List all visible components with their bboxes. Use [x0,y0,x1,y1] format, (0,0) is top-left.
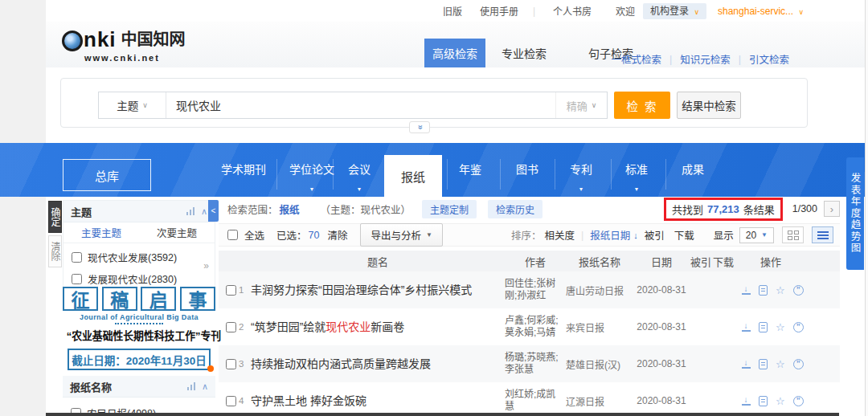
topic-checkbox[interactable] [72,274,82,284]
manual-link[interactable]: 使用手册 [480,4,518,18]
newspaper-cell[interactable]: 楚雄日报(汉) [566,357,633,371]
chevron-down-icon: ▼ [614,186,659,192]
tab-secondary-topic[interactable]: 次要主题 [139,222,215,243]
nav-tab-conferences[interactable]: 会议 [338,161,381,177]
citation-icon[interactable]: ” [793,322,804,332]
select-all-checkbox[interactable] [227,230,238,240]
authors-cell[interactable]: 刘红娇;成凯慧 [505,389,566,413]
filter-clear-button[interactable]: 清除 [48,235,62,267]
knowledge-search-link[interactable]: 知识元检索 [680,51,731,67]
nav-tab-yearbooks[interactable]: 年鉴 [448,161,492,177]
row-checkbox[interactable] [226,396,236,406]
tab-advanced-search[interactable]: 高级检索 [424,39,485,67]
article-title-link[interactable]: 守护黑土地 捧好金饭碗 [251,394,505,409]
article-title-link[interactable]: “筑梦田园”绘就现代农业新画卷 [251,320,505,335]
left-gutter [0,0,46,416]
found-count: 77,213 [707,203,739,215]
html-read-icon[interactable] [759,359,768,369]
topic-custom-button[interactable]: 主题定制 [422,200,477,218]
export-analyze-button[interactable]: 导出与分析 ▼ [360,223,442,247]
filter-confirm-button[interactable]: 确定 [48,201,62,233]
table-row[interactable]: 2 “筑梦田园”绘就现代农业新画卷 卢鑫;何彩威;莫永娟;马婧 来宾日报 202… [219,308,840,345]
html-read-icon[interactable] [759,285,768,296]
list-view-button[interactable] [812,226,833,243]
authors-cell[interactable]: 杨璐;苏晓燕;李张慧 [505,352,566,376]
clear-selection-button[interactable]: 清除 [327,227,347,243]
org-login-button[interactable]: 机构登录 ∨ [643,3,706,19]
table-row[interactable]: 4 守护黑土地 捧好金饭碗 刘红娇;成凯慧 辽源日报 2020-08-31 ↓ … [219,382,840,416]
search-button[interactable]: 检 索 [614,92,670,119]
old-version-link[interactable]: 旧版 [443,4,462,18]
search-query-input[interactable] [166,92,555,118]
newspaper-panel-header[interactable]: 报纸名称 ∧ [63,376,215,398]
grid-view-button[interactable] [782,226,804,243]
scope-value[interactable]: 报纸 [280,202,300,217]
tab-professional-search[interactable]: 专业检索 [492,39,556,67]
cnki-logo[interactable]: nki 中国知网 www.cnki.net [62,29,186,51]
citation-icon[interactable]: ” [793,285,804,296]
newspaper-cell[interactable]: 辽源日报 [566,394,633,408]
download-icon[interactable]: ↓ [741,322,751,332]
nav-tab-books[interactable]: 图书 [505,161,550,177]
onebox-search-link[interactable]: 一框式检索 [611,51,661,67]
collapse-up-icon[interactable]: ∧ [202,381,208,392]
article-title-link[interactable]: 持续推动双柏内涵式高质量跨越发展 [251,357,505,372]
search-history-button[interactable]: 检索历史 [488,200,542,218]
nav-tab-achievements[interactable]: 成果 [670,161,715,177]
citation-search-link[interactable]: 引文检索 [749,51,789,67]
row-checkbox[interactable] [226,285,236,296]
sidebar-collapse-button[interactable]: < [208,200,219,222]
account-menu[interactable]: shanghai-servic... ∨ [718,6,804,17]
sort-bars-icon[interactable] [185,207,194,215]
favorite-icon[interactable]: ☆ [776,322,785,332]
next-page-button[interactable]: › [824,201,840,217]
table-row[interactable]: 3 持续推动双柏内涵式高质量跨越发展 杨璐;苏晓燕;李张慧 楚雄日报(汉) 20… [219,345,840,382]
topic-panel-header[interactable]: 主题 ∧ [63,201,215,222]
newspaper-cell[interactable]: 唐山劳动日报 [566,283,633,297]
nav-tab-standards[interactable]: 标准 [614,161,659,177]
download-icon[interactable]: ↓ [741,359,751,369]
favorite-icon[interactable]: ☆ [776,359,785,369]
personal-library-link[interactable]: 个人书房 [553,4,592,18]
newspaper-cell[interactable]: 来宾日报 [566,320,633,334]
html-read-icon[interactable] [759,396,768,406]
search-in-results-button[interactable]: 结果中检索 [677,92,741,119]
article-title-link[interactable]: 丰润努力探索“田园治理综合体”乡村振兴模式 [251,283,505,298]
nav-tab-patents[interactable]: 专利 [559,161,603,177]
chevron-down-icon: ▼ [559,186,603,192]
display-count-dropdown[interactable]: 20 ▼ [739,227,774,243]
favorite-icon[interactable]: ☆ [776,396,785,406]
authors-cell[interactable]: 卢鑫;何彩威;莫永娟;马婧 [505,315,566,339]
download-icon[interactable]: ↓ [741,396,751,406]
more-topics-icon[interactable]: » [203,260,209,271]
search-field-dropdown[interactable]: 主题 ∨ [99,92,166,118]
topic-checkbox-item[interactable]: 现代农业发展 (3592) [63,247,215,268]
row-checkbox[interactable] [226,322,236,332]
sort-cited[interactable]: 被引 [645,227,665,243]
tab-primary-topic[interactable]: 主要主题 [63,222,139,243]
publication-trend-tab[interactable]: 发表年度趋势图 [846,157,864,270]
authors-cell[interactable]: 回佳佳;张树刚;孙淑红 [505,278,566,302]
sort-newspaper-date[interactable]: 报纸日期 [590,227,630,243]
sort-bars-icon[interactable] [186,382,195,390]
citation-icon[interactable]: ” [793,396,804,406]
table-row[interactable]: 1 丰润努力探索“田园治理综合体”乡村振兴模式 回佳佳;张树刚;孙淑红 唐山劳动… [219,271,840,308]
html-read-icon[interactable] [759,322,768,332]
nav-tab-newspapers-active[interactable]: 报纸 [384,155,442,197]
sort-relevance[interactable]: 相关度 [544,227,575,243]
search-scope-row: 检索范围： 报纸 （主题：现代农业） 主题定制 检索历史 共找到 77,213 … [219,197,840,221]
collapse-search-button[interactable]: « [409,121,430,133]
topic-checkbox[interactable] [72,252,82,263]
caret-down-icon: ▼ [761,231,768,239]
match-mode-dropdown[interactable]: 精确 ∨ [555,92,607,118]
collapse-up-icon[interactable]: ∧ [201,206,207,217]
favorite-icon[interactable]: ☆ [776,285,785,296]
sort-downloads[interactable]: 下载 [674,227,694,243]
citation-icon[interactable]: ” [793,359,804,369]
total-library-button[interactable]: 总库 [63,159,151,191]
row-checkbox[interactable] [226,359,236,369]
select-all-label[interactable]: 全选 [244,227,264,243]
nav-tab-journals[interactable]: 学术期刊 [215,161,272,177]
download-icon[interactable]: ↓ [741,285,751,295]
call-for-papers-banner[interactable]: 征 稿 启 事 Journal of Agricultural Big Data… [63,287,215,373]
